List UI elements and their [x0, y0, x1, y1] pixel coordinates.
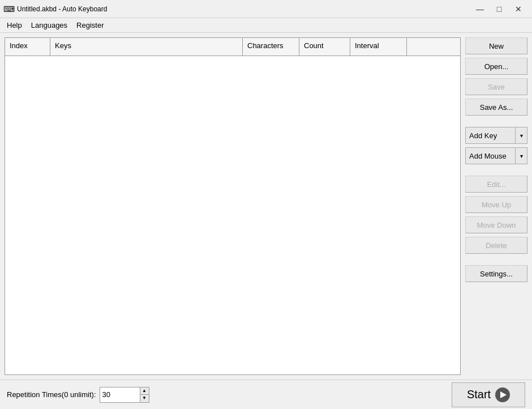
start-icon — [495, 387, 510, 402]
settings-button[interactable]: Settings... — [465, 265, 527, 282]
sidebar: New Open... Save Save As... Add Key ▾ Ad… — [465, 37, 527, 375]
app-icon: ⌨ — [5, 5, 14, 14]
add-mouse-split-button: Add Mouse ▾ — [465, 147, 527, 164]
repetition-input-wrap: ▲ ▼ — [100, 387, 149, 403]
col-header-count: Count — [299, 38, 350, 56]
window-title: Untitled.akbd - Auto Keyboard — [17, 5, 471, 13]
menu-languages[interactable]: Languages — [27, 19, 72, 31]
col-header-interval: Interval — [350, 38, 407, 56]
new-button[interactable]: New — [465, 37, 527, 54]
add-mouse-dropdown[interactable]: ▾ — [516, 148, 527, 164]
maximize-button[interactable]: □ — [490, 1, 508, 17]
delete-button[interactable]: Delete — [465, 237, 527, 254]
table-area: Index Keys Characters Count Interval — [5, 37, 461, 375]
table-body — [5, 56, 460, 374]
menu-bar: Help Languages Register — [0, 18, 532, 33]
spinner-up-button[interactable]: ▲ — [140, 387, 149, 395]
minimize-button[interactable]: — — [471, 1, 489, 17]
repetition-label: Repetition Times(0 unlimit): — [7, 390, 96, 399]
menu-register[interactable]: Register — [72, 19, 108, 31]
save-button[interactable]: Save — [465, 78, 527, 95]
move-down-button[interactable]: Move Down — [465, 216, 527, 233]
repetition-area: Repetition Times(0 unlimit): ▲ ▼ — [7, 387, 149, 403]
spinner-down-button[interactable]: ▼ — [140, 395, 149, 402]
repetition-spinner: ▲ ▼ — [140, 387, 149, 402]
main-content: Index Keys Characters Count Interval New… — [0, 33, 532, 380]
edit-button[interactable]: Edit... — [465, 176, 527, 193]
col-header-characters: Characters — [243, 38, 299, 56]
repetition-input[interactable] — [100, 387, 140, 402]
open-button[interactable]: Open... — [465, 58, 527, 75]
title-bar: ⌨ Untitled.akbd - Auto Keyboard — □ ✕ — [0, 0, 532, 18]
add-key-split-button: Add Key ▾ — [465, 127, 527, 144]
add-mouse-button[interactable]: Add Mouse — [466, 148, 516, 164]
save-as-button[interactable]: Save As... — [465, 99, 527, 116]
col-header-keys: Keys — [50, 38, 243, 56]
start-label: Start — [467, 388, 491, 401]
bottom-bar: Repetition Times(0 unlimit): ▲ ▼ Start — [0, 380, 532, 409]
start-button[interactable]: Start — [452, 382, 525, 407]
close-button[interactable]: ✕ — [509, 1, 527, 17]
menu-help[interactable]: Help — [2, 19, 27, 31]
col-header-index: Index — [5, 38, 50, 56]
move-up-button[interactable]: Move Up — [465, 196, 527, 213]
window-controls: — □ ✕ — [471, 1, 527, 17]
app-window: ⌨ Untitled.akbd - Auto Keyboard — □ ✕ He… — [0, 0, 532, 409]
table-header: Index Keys Characters Count Interval — [5, 38, 460, 56]
add-key-button[interactable]: Add Key — [466, 127, 516, 143]
add-key-dropdown[interactable]: ▾ — [516, 127, 527, 143]
